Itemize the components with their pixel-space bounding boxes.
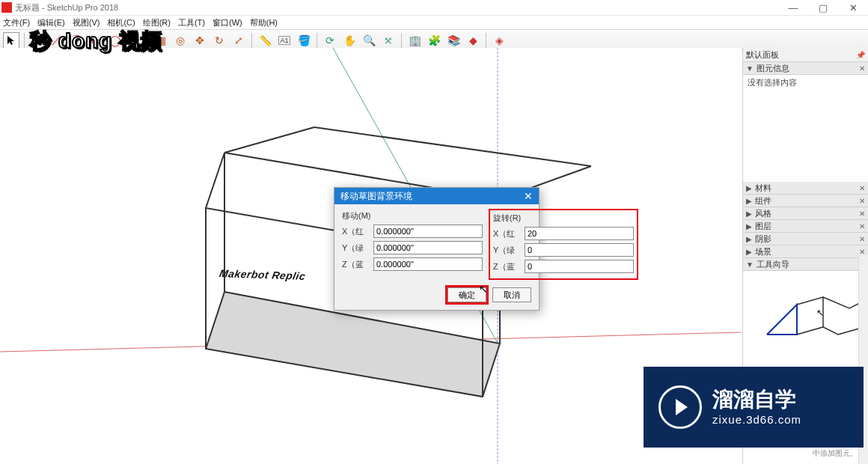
chevron-right-icon: ▶ bbox=[746, 235, 752, 243]
rotate-group: 旋转(R) X（红 Y（绿 Z（蓝 bbox=[489, 209, 638, 280]
panel-materials[interactable]: ▶ 材料 ✕ bbox=[743, 182, 868, 195]
dialog-close-icon[interactable]: ✕ bbox=[524, 190, 533, 202]
tool-ruby-icon[interactable]: ◈ bbox=[491, 32, 507, 49]
instructor-hint-2: 中添加图元。 bbox=[813, 448, 858, 459]
tool-rotate-icon[interactable]: ↻ bbox=[211, 32, 227, 49]
move-x-label: X（红 bbox=[342, 226, 373, 237]
tool-section-icon[interactable]: ◆ bbox=[465, 32, 481, 49]
minimize-button[interactable]: — bbox=[778, 0, 808, 15]
rotate-x-input[interactable] bbox=[525, 227, 634, 240]
tool-extensions-icon[interactable]: 🧩 bbox=[426, 32, 442, 49]
chevron-right-icon: ▶ bbox=[746, 184, 752, 192]
tool-layers-icon[interactable]: 📚 bbox=[445, 32, 462, 49]
panel-shadows[interactable]: ▶ 阴影 ✕ bbox=[743, 233, 868, 245]
panel-close-icon[interactable]: ✕ bbox=[859, 210, 865, 218]
dialog-titlebar[interactable]: 移动草图背景环境 ✕ bbox=[334, 188, 539, 204]
brand-title: 溜溜自学 bbox=[712, 389, 801, 410]
app-icon bbox=[1, 2, 12, 13]
cancel-button[interactable]: 取消 bbox=[492, 287, 531, 302]
tool-zoom-extents-icon[interactable]: ⤧ bbox=[380, 32, 397, 49]
default-tray-header[interactable]: 默认面板 📌 bbox=[743, 48, 868, 62]
close-button[interactable]: ✕ bbox=[838, 0, 868, 15]
dialog-title: 移动草图背景环境 bbox=[340, 190, 412, 203]
move-y-label: Y（绿 bbox=[342, 242, 373, 254]
ok-button[interactable]: 确定 bbox=[447, 287, 486, 302]
rotate-z-label: Z（蓝 bbox=[493, 261, 525, 272]
chevron-right-icon: ▶ bbox=[746, 248, 752, 256]
pushpin-icon[interactable]: 📌 bbox=[856, 51, 865, 59]
panel-components[interactable]: ▶ 组件 ✕ bbox=[743, 195, 868, 207]
move-z-input[interactable] bbox=[373, 257, 483, 271]
panel-close-icon[interactable]: ✕ bbox=[859, 248, 865, 256]
tool-pan-icon[interactable]: ✋ bbox=[341, 32, 358, 49]
panel-layers[interactable]: ▶ 图层 ✕ bbox=[743, 220, 868, 233]
tool-paint-icon[interactable]: 🪣 bbox=[296, 32, 312, 49]
rotate-y-label: Y（绿 bbox=[493, 245, 525, 256]
tool-orbit-icon[interactable]: ⟳ bbox=[322, 32, 338, 49]
window-title: 无标题 - SketchUp Pro 2018 bbox=[15, 2, 118, 13]
rotate-z-input[interactable] bbox=[525, 260, 634, 273]
move-y-input[interactable] bbox=[373, 241, 483, 254]
panel-styles[interactable]: ▶ 风格 ✕ bbox=[743, 207, 868, 220]
chevron-right-icon: ▶ bbox=[746, 222, 752, 231]
panel-close-icon[interactable]: ✕ bbox=[859, 197, 865, 205]
tool-scale-icon[interactable]: ⤢ bbox=[230, 32, 247, 49]
move-group: 移动(M) X（红 Y（绿 Z（蓝 bbox=[342, 210, 483, 280]
panel-close-icon[interactable]: ✕ bbox=[859, 64, 865, 73]
entity-info-content: 没有选择内容 bbox=[743, 75, 868, 91]
svg-line-5 bbox=[224, 127, 314, 153]
menu-window[interactable]: 窗口(W) bbox=[213, 17, 242, 28]
panel-close-icon[interactable]: ✕ bbox=[859, 184, 865, 192]
panel-scenes[interactable]: ▶ 场景 ✕ bbox=[743, 245, 868, 258]
chevron-down-icon: ▼ bbox=[746, 260, 754, 269]
tool-text-icon[interactable]: A1 bbox=[276, 32, 293, 49]
menu-tools[interactable]: 工具(T) bbox=[178, 17, 205, 28]
tool-zoom-icon[interactable]: 🔍 bbox=[361, 32, 377, 49]
menu-help[interactable]: 帮助(H) bbox=[250, 17, 278, 28]
tool-select-icon[interactable] bbox=[3, 32, 19, 49]
rotate-y-input[interactable] bbox=[525, 243, 634, 257]
chevron-right-icon: ▶ bbox=[746, 197, 752, 205]
titlebar: 无标题 - SketchUp Pro 2018 — ▢ ✕ bbox=[0, 0, 868, 16]
panel-close-icon[interactable]: ✕ bbox=[859, 222, 865, 231]
move-z-label: Z（蓝 bbox=[342, 259, 373, 270]
rotate-group-label: 旋转(R) bbox=[493, 213, 634, 224]
move-sketch-dialog: 移动草图背景环境 ✕ 移动(M) X（红 Y（绿 Z（蓝 旋转 bbox=[334, 187, 540, 311]
instructor-illustration: ↖ bbox=[743, 271, 868, 361]
chevron-right-icon: ▶ bbox=[746, 210, 752, 218]
move-group-label: 移动(M) bbox=[342, 210, 483, 222]
tool-offset-icon[interactable]: ◎ bbox=[172, 32, 189, 49]
menu-file[interactable]: 文件(F) bbox=[3, 17, 30, 28]
maximize-button[interactable]: ▢ bbox=[808, 0, 838, 15]
panel-close-icon[interactable]: ✕ bbox=[859, 235, 865, 243]
panel-entity-info[interactable]: ▼ 图元信息 ✕ bbox=[743, 62, 868, 75]
chevron-down-icon: ▼ bbox=[746, 64, 754, 73]
play-icon bbox=[658, 385, 702, 429]
tool-tape-icon[interactable]: 📏 bbox=[257, 32, 273, 49]
panel-instructor[interactable]: ▼ 工具向导 ✕ bbox=[743, 258, 868, 271]
watermark-topleft: 秒 dong 视频 bbox=[30, 27, 162, 55]
tool-warehouse-icon[interactable]: 🏢 bbox=[406, 32, 423, 49]
brand-url: zixue.3d66.com bbox=[712, 413, 801, 426]
brand-overlay: 溜溜自学 zixue.3d66.com bbox=[644, 367, 864, 448]
rotate-x-label: X（红 bbox=[493, 228, 525, 239]
move-x-input[interactable] bbox=[373, 225, 483, 238]
svg-line-4 bbox=[314, 127, 591, 166]
tool-move-icon[interactable]: ✥ bbox=[192, 32, 208, 49]
svg-text:↖: ↖ bbox=[816, 308, 824, 318]
